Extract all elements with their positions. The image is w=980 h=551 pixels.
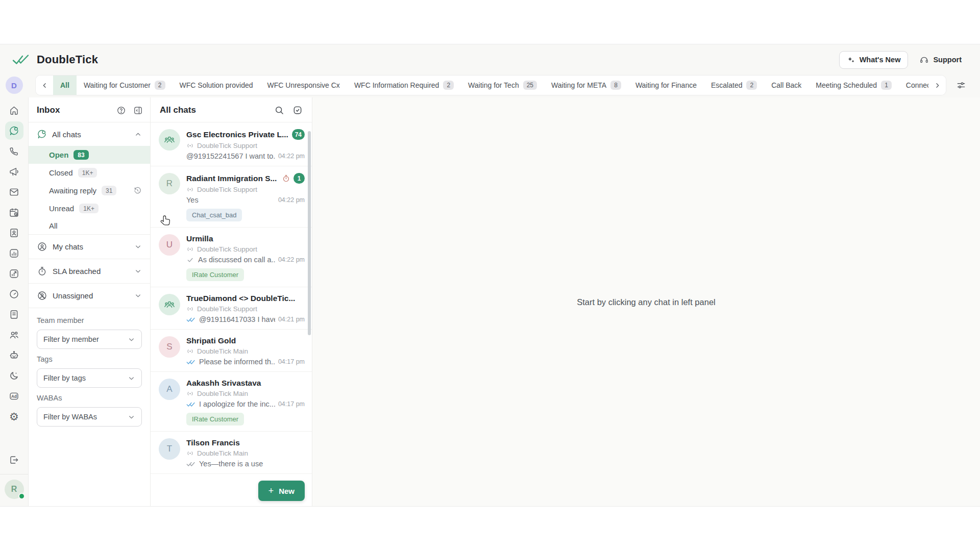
tab-label: Waiting for Customer — [84, 81, 151, 89]
rail-calendar-clock-icon[interactable] — [4, 202, 24, 222]
all-chats-label: All chats — [52, 130, 129, 139]
tab-label: Waiting for Finance — [635, 81, 697, 89]
inbox-item-label: Unread — [49, 204, 74, 213]
chat-timestamp: 04:21 pm — [278, 316, 305, 323]
new-chat-button[interactable]: + New — [258, 481, 305, 501]
tab-wfc-solution-provided[interactable]: WFC Solution provided — [173, 76, 260, 95]
inbox-item-awaiting-reply[interactable]: Awaiting reply31 — [29, 182, 150, 199]
select-chats-icon[interactable] — [292, 105, 303, 115]
chat-name: Gsc Electronics Private L... — [186, 130, 289, 139]
tab-all[interactable]: All — [53, 76, 77, 95]
inbox-section-sla-breached[interactable]: SLA breached — [29, 259, 150, 283]
chevron-down-icon — [128, 336, 135, 343]
filter-select-tags[interactable]: Filter by tags — [37, 368, 142, 388]
inbox-section-my-chats[interactable]: My chats — [29, 235, 150, 259]
inbox-item-label: All — [49, 221, 58, 230]
rail-bar-chart-icon[interactable] — [4, 243, 24, 263]
avatar-initial: T — [167, 444, 172, 454]
chat-list-item[interactable]: TTilson FrancisDoubleTick MainYes—there … — [151, 432, 312, 474]
tab-escalated[interactable]: Escalated2 — [704, 76, 764, 95]
inbox-item-label: Closed — [49, 168, 73, 177]
chat-list-item[interactable]: TrueDiamond <> DoubleTic...DoubleTick Su… — [151, 287, 312, 330]
inbox-item-label: Open — [49, 151, 68, 159]
filter-label-wabas: WABAs — [37, 394, 142, 402]
tab-count-badge: 2 — [746, 81, 757, 90]
inbox-item-unread[interactable]: Unread1K+ — [29, 199, 150, 217]
search-icon[interactable] — [274, 105, 284, 115]
tabs-scroll-left-button[interactable] — [36, 76, 53, 95]
support-button[interactable]: Support — [913, 51, 968, 69]
chat-timestamp: 04:22 pm — [278, 153, 305, 160]
rail-document-icon[interactable] — [4, 304, 24, 324]
empty-state-message: Start by clicking any chat in left panel — [577, 297, 715, 307]
divider — [0, 474, 28, 474]
chat-list-item[interactable]: AAakashh SrivastavaDoubleTick MainI apol… — [151, 372, 312, 432]
chat-name: Urmilla — [186, 234, 305, 243]
count-badge: 1K+ — [79, 204, 99, 213]
tab-label: WFC Solution provided — [180, 81, 253, 89]
rail-analytics-up-icon[interactable] — [4, 263, 24, 284]
tab-label: Connect tomo — [906, 81, 928, 89]
rail-bot-icon[interactable] — [4, 345, 24, 365]
user-avatar[interactable]: R — [5, 480, 24, 499]
chat-list-title: All chats — [160, 105, 274, 115]
chat-list-item[interactable]: Gsc Electronics Private L...74DoubleTick… — [151, 122, 312, 166]
rail-logout-icon[interactable] — [4, 449, 24, 470]
tab-settings-icon[interactable] — [952, 77, 970, 94]
whats-new-button[interactable]: What's New — [839, 51, 909, 69]
rail-ads-icon[interactable]: Ad — [4, 386, 24, 406]
filter-select-team-member[interactable]: Filter by member — [37, 330, 142, 349]
tab-count-badge: 2 — [443, 81, 454, 90]
tab-meeting-scheduled[interactable]: Meeting Scheduled1 — [808, 76, 899, 95]
tab-waiting-for-tech[interactable]: Waiting for Tech25 — [461, 76, 544, 95]
help-icon[interactable] — [116, 106, 126, 115]
tab-count-badge: 25 — [523, 81, 537, 90]
person-circle-icon — [37, 241, 47, 252]
broadcast-channel-icon — [186, 449, 194, 457]
tab-call-back[interactable]: Call Back — [764, 76, 808, 95]
whats-new-label: What's New — [860, 56, 901, 64]
chat-list-scrollbar[interactable] — [308, 131, 311, 335]
rail-gauge-icon[interactable] — [4, 284, 24, 304]
inbox-item-open[interactable]: Open83 — [29, 146, 150, 164]
workspace-avatar[interactable]: D — [6, 77, 23, 94]
rail-contacts-icon[interactable] — [4, 222, 24, 243]
chat-name: Aakashh Srivastava — [186, 379, 305, 388]
plus-icon: + — [268, 486, 274, 495]
chat-list-item[interactable]: SShripati GoldDoubleTick MainPlease be i… — [151, 330, 312, 372]
inbox-header: Inbox — [29, 97, 150, 122]
rail-home-icon[interactable] — [4, 100, 24, 120]
chat-list-item[interactable]: UUrmillaDoubleTick SupportAs discussed o… — [151, 228, 312, 287]
rail-team-icon[interactable] — [4, 324, 24, 345]
tabs-scroll-right-button[interactable] — [928, 76, 946, 95]
inbox-section-all-chats[interactable]: All chats — [29, 122, 150, 146]
single-tick-icon — [186, 257, 195, 263]
channel-name: DoubleTick Support — [197, 186, 257, 193]
tab-waiting-for-finance[interactable]: Waiting for Finance — [628, 76, 704, 95]
filter-label-team-member: Team member — [37, 316, 142, 324]
tab-wfc-information-required[interactable]: WFC Information Required2 — [347, 76, 461, 95]
history-icon[interactable] — [133, 186, 142, 195]
filter-select-wabas[interactable]: Filter by WABAs — [37, 407, 142, 427]
rail-calls-icon[interactable] — [4, 141, 24, 161]
broadcast-channel-icon — [186, 142, 194, 149]
rail-mail-icon[interactable] — [4, 182, 24, 202]
online-status-dot — [18, 493, 25, 499]
tab-connect-tomo[interactable]: Connect tomo — [899, 76, 928, 95]
inbox-item-closed[interactable]: Closed1K+ — [29, 164, 150, 182]
rail-megaphone-icon[interactable] — [4, 161, 24, 182]
rail-moon-sparkles-icon[interactable] — [4, 365, 24, 386]
inbox-section-unassigned[interactable]: Unassigned — [29, 284, 150, 308]
tab-wfc-unresponsive-cx[interactable]: WFC Unresponsive Cx — [260, 76, 347, 95]
tab-waiting-for-meta[interactable]: Waiting for META8 — [544, 76, 628, 95]
broadcast-channel-icon — [186, 245, 194, 253]
collapse-panel-icon[interactable] — [133, 106, 143, 115]
broadcast-channel-icon — [186, 390, 194, 397]
rail-chats-icon[interactable] — [4, 120, 24, 141]
tab-waiting-for-customer[interactable]: Waiting for Customer2 — [77, 76, 173, 95]
inbox-item-all[interactable]: All — [29, 217, 150, 234]
chat-tag: IRate Customer — [186, 413, 244, 425]
rail-settings-icon[interactable]: ⚙ — [4, 406, 24, 427]
chat-list-item[interactable]: RRadiant Immigration S...1DoubleTick Sup… — [151, 166, 312, 228]
chevron-down-icon — [134, 267, 142, 275]
